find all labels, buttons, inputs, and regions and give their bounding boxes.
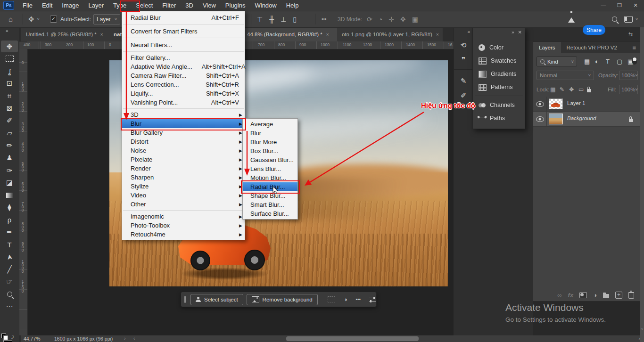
- menu-item-adaptive-wide-angle[interactable]: Adaptive Wide Angle...Alt+Shift+Ctrl+A: [122, 62, 245, 71]
- menu-item-3d[interactable]: 3D▶: [122, 110, 245, 119]
- history-brush-tool[interactable]: ✑: [1, 164, 18, 176]
- horizontal-scrollbar[interactable]: [286, 336, 419, 341]
- blur-tool[interactable]: ⧫: [1, 202, 18, 213]
- close-panel-icon[interactable]: ✕: [518, 30, 522, 35]
- close-button[interactable]: ✕: [631, 0, 640, 10]
- more-options-icon[interactable]: •••: [356, 297, 361, 302]
- home-button[interactable]: ⌂: [8, 11, 13, 27]
- eraser-tool[interactable]: ◪: [1, 177, 18, 188]
- auto-select-option[interactable]: ✓ Auto-Select:: [50, 11, 91, 27]
- menu-file[interactable]: File: [18, 0, 37, 11]
- menu-filter[interactable]: Filter: [157, 0, 181, 11]
- eye-icon[interactable]: [536, 101, 544, 107]
- more-options-button[interactable]: •••: [322, 11, 327, 27]
- adjustment-icon[interactable]: ◑: [344, 296, 347, 303]
- move-tool[interactable]: ✥: [1, 41, 18, 52]
- default-colors-icon[interactable]: [1, 334, 6, 338]
- menu-item-retouch4me[interactable]: Retouch4me▶: [122, 230, 245, 239]
- menu-item-stylize[interactable]: Stylize▶: [122, 182, 245, 191]
- close-tab-icon[interactable]: ×: [326, 32, 329, 37]
- auto-select-checkbox[interactable]: ✓: [50, 16, 57, 23]
- menu-item-lens-blur[interactable]: Lens Blur...: [243, 164, 297, 173]
- share-button[interactable]: Share: [583, 25, 605, 35]
- gradient-tool[interactable]: [1, 189, 18, 201]
- kind-filter-dropdown[interactable]: Kind ˅: [537, 57, 577, 66]
- panel-item-gradients[interactable]: Gradients: [473, 67, 525, 81]
- scroll-down-icon[interactable]: ˅: [640, 327, 644, 331]
- frame-tool[interactable]: ⊠: [1, 103, 18, 114]
- adjustment-layer-icon[interactable]: ◑: [593, 292, 597, 299]
- align-top-edges-icon[interactable]: ⊤: [257, 16, 263, 23]
- brush-tool[interactable]: ✏: [1, 139, 18, 151]
- collapse-layers-dock-icon[interactable]: ⇆: [628, 31, 633, 37]
- menu-window[interactable]: Window: [250, 0, 281, 11]
- menu-layer[interactable]: Layer: [84, 0, 109, 11]
- minimize-button[interactable]: —: [599, 0, 608, 10]
- menu-item-blur[interactable]: Blur: [243, 129, 297, 138]
- foreground-color-swatch[interactable]: [3, 340, 12, 342]
- menu-type[interactable]: Type: [108, 0, 131, 11]
- filter-pixel-layers-icon[interactable]: ▤: [584, 58, 590, 65]
- menu-item-render[interactable]: Render▶: [122, 164, 245, 173]
- pen-tool[interactable]: ✒: [1, 227, 18, 238]
- rectangular-marquee-tool[interactable]: [1, 53, 18, 65]
- panel-menu-icon[interactable]: ≡: [632, 44, 636, 51]
- close-tab-icon[interactable]: ×: [100, 32, 103, 37]
- taskbar-grip[interactable]: [184, 296, 186, 303]
- opacity-dropdown[interactable]: 100% ˅: [619, 71, 638, 80]
- menu-3d[interactable]: 3D: [181, 0, 198, 11]
- panel-item-paths[interactable]: Paths: [473, 112, 525, 125]
- object-selection-tool[interactable]: ⊡: [1, 78, 18, 90]
- filter-type-layers-icon[interactable]: T: [606, 58, 610, 65]
- menu-select[interactable]: Select: [131, 0, 157, 11]
- background-thumbnail[interactable]: [549, 114, 563, 124]
- clone-stamp-tool[interactable]: ♟: [1, 152, 18, 164]
- lock-transparent-icon[interactable]: ▦: [550, 86, 555, 93]
- version-history-icon[interactable]: ⟲: [454, 38, 473, 52]
- filter-shape-layers-icon[interactable]: ▢: [617, 58, 622, 65]
- lock-artboard-icon[interactable]: ▭: [578, 86, 584, 93]
- menu-item-box-blur[interactable]: Box Blur...: [243, 147, 297, 155]
- new-layer-icon[interactable]: [615, 292, 622, 299]
- menu-item-blur-more[interactable]: Blur More: [243, 138, 297, 147]
- select-subject-button[interactable]: Select subject: [190, 294, 243, 305]
- menu-item-pixelate[interactable]: Pixelate▶: [122, 155, 245, 164]
- tab-layers[interactable]: Layers: [533, 42, 561, 53]
- type-tool[interactable]: T: [1, 239, 18, 251]
- brush-settings-icon[interactable]: ✎: [454, 74, 473, 88]
- lasso-tool[interactable]: ʆ: [1, 65, 18, 77]
- menu-item-liquify[interactable]: Liquify...Shift+Ctrl+X: [122, 89, 245, 98]
- collapse-panel-icon[interactable]: »: [512, 30, 514, 35]
- panel-item-swatches[interactable]: Swatches: [473, 54, 525, 67]
- menu-item-lens-correction[interactable]: Lens Correction...Shift+Ctrl+R: [122, 80, 245, 89]
- link-layers-icon[interactable]: ∞: [557, 292, 561, 299]
- new-group-icon[interactable]: [603, 294, 609, 298]
- search-button[interactable]: [612, 11, 617, 27]
- menu-item-photo-toolbox[interactable]: Photo-Toolbox▶: [122, 221, 245, 230]
- crop-tool[interactable]: ⌗: [1, 90, 18, 102]
- remove-background-button[interactable]: Remove background: [247, 294, 318, 305]
- menu-item-surface-blur[interactable]: Surface Blur...: [243, 209, 297, 218]
- spot-healing-brush-tool[interactable]: ▱: [1, 127, 18, 139]
- menu-item-camera-raw-filter[interactable]: Camera Raw Filter...Shift+Ctrl+A: [122, 71, 245, 80]
- filtering-toggle[interactable]: [632, 57, 637, 65]
- menu-plugins[interactable]: Plugins: [221, 0, 250, 11]
- auto-select-target[interactable]: Layer˅: [93, 11, 120, 27]
- menu-item-motion-blur[interactable]: Motion Blur...: [243, 173, 297, 182]
- status-chevron-icon[interactable]: ›: [124, 335, 126, 341]
- panel-item-color[interactable]: Color: [473, 41, 525, 54]
- menu-item-blur-gallery[interactable]: Blur Gallery▶: [122, 128, 245, 137]
- lock-position-icon[interactable]: ✥: [569, 86, 574, 93]
- menu-item-imagenomic[interactable]: Imagenomic▶: [122, 212, 245, 221]
- roll-3d-icon[interactable]: ◔: [379, 16, 382, 23]
- swap-colors-icon[interactable]: ⤸: [11, 334, 14, 340]
- hand-tool[interactable]: ☞: [1, 276, 18, 288]
- dodge-tool[interactable]: ρ: [1, 214, 18, 226]
- restore-button[interactable]: ❐: [615, 0, 624, 10]
- align-bottom-edges-icon[interactable]: ⊥: [281, 16, 286, 23]
- eyedropper-tool[interactable]: ✐: [1, 115, 18, 127]
- add-mask-icon[interactable]: [579, 292, 587, 298]
- menu-item-distort[interactable]: Distort▶: [122, 137, 245, 146]
- menu-item-convert-for-smart-filters[interactable]: Convert for Smart Filters: [122, 26, 245, 36]
- close-tab-icon[interactable]: ×: [436, 32, 439, 37]
